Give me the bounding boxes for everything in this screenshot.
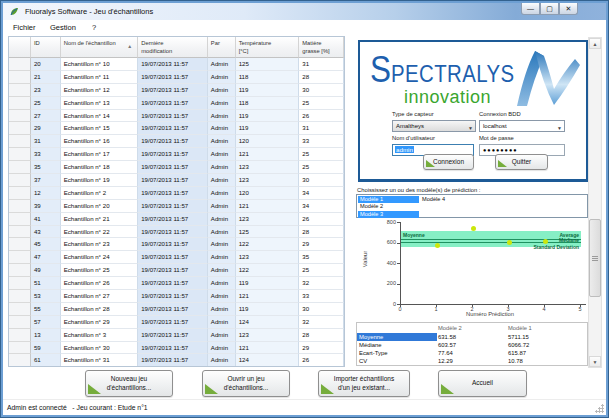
y-tick-label: 400 [374, 260, 396, 266]
sensor-type-select[interactable]: Amaltheys▼ [392, 120, 476, 132]
col-header-modification[interactable]: Dernière modification [138, 37, 208, 58]
col-header-id[interactable]: ID [31, 37, 61, 58]
table-row[interactable]: 27Echantillon n° 1419/07/2013 11:57Admin… [9, 110, 344, 123]
row-header-cell [9, 226, 31, 239]
table-cell: Echantillon n° 24 [61, 251, 139, 264]
accueil-button[interactable]: Accueil [438, 370, 527, 397]
table-row[interactable]: 61Echantillon n° 3119/07/2013 11:57Admin… [9, 354, 344, 367]
table-row[interactable]: 23Echantillon n° 1219/07/2013 11:57Admin… [9, 84, 344, 97]
table-row[interactable]: 12Echantillon n° 219/07/2013 11:57Admin1… [9, 187, 344, 200]
close-button[interactable]: ✕ [559, 3, 578, 15]
minimize-button[interactable]: — [521, 3, 540, 15]
table-cell: 19/07/2013 11:57 [138, 122, 208, 135]
model-option[interactable]: Modèle 2 [358, 203, 419, 210]
row-header-cell [9, 110, 31, 123]
table-cell: Admin [208, 213, 236, 226]
status-bar: Admin est connecté - Jeu courant : Etude… [3, 399, 606, 415]
row-header-cell [9, 58, 31, 71]
nouveau-jeu-button[interactable]: Nouveau jeu d'échantillons... [85, 370, 173, 397]
table-row[interactable]: 49Echantillon n° 2519/07/2013 11:57Admin… [9, 264, 344, 277]
menu-gestion[interactable]: Gestion [50, 23, 76, 32]
table-row[interactable]: 57Echantillon n° 2919/07/2013 11:57Admin… [9, 316, 344, 329]
scroll-thumb[interactable] [589, 219, 601, 297]
scroll-up-button[interactable]: ▲ [589, 38, 601, 49]
table-row[interactable]: 33Echantillon n° 1719/07/2013 11:57Admin… [9, 148, 344, 161]
table-cell: 19/07/2013 11:57 [138, 97, 208, 110]
row-header-cell [9, 329, 31, 342]
menu-help[interactable]: ? [92, 23, 96, 32]
col-header-temperature[interactable]: Température [°C] [236, 37, 300, 58]
table-row[interactable]: 37Echantillon n° 1919/07/2013 11:57Admin… [9, 174, 344, 187]
stats-row[interactable]: Médiane603.576066.72 [357, 341, 587, 349]
stats-col-modele1: Modèle 1 [508, 325, 532, 331]
chevron-down-icon: ▼ [468, 123, 473, 133]
table-row[interactable]: 59Echantillon n° 3019/07/2013 11:57Admin… [9, 342, 344, 355]
title-bar[interactable]: Fluoralys Software - Jeu d'échantillons … [3, 3, 606, 20]
table-cell: 25 [299, 97, 344, 110]
table-cell: Echantillon n° 11 [61, 71, 139, 84]
row-header-cell [9, 84, 31, 97]
model-option[interactable]: Modèle 1 [358, 196, 419, 203]
connexion-button[interactable]: Connexion [423, 154, 474, 170]
quitter-button[interactable]: Quitter [495, 154, 548, 170]
table-cell: 26 [299, 110, 344, 123]
table-cell: 119 [236, 277, 300, 290]
table-row[interactable]: 47Echantillon n° 2419/07/2013 11:57Admin… [9, 251, 344, 264]
table-row[interactable]: 20Echantillon n° 1019/07/2013 11:57Admin… [9, 58, 344, 71]
table-cell: 31 [31, 135, 61, 148]
row-header-cell [9, 290, 31, 303]
stats-row[interactable]: Ecart-Type77.64615.87 [357, 349, 587, 357]
ouvrir-jeu-button[interactable]: Ouvrir un jeu d'échantillons... [202, 370, 290, 397]
table-row[interactable]: 13Echantillon n° 319/07/2013 11:57Admin1… [9, 329, 344, 342]
spectralys-logo: SPECTRALYS [370, 54, 515, 88]
row-header-cell [9, 161, 31, 174]
table-cell: 19/07/2013 11:57 [138, 342, 208, 355]
table-row[interactable]: 45Echantillon n° 2319/07/2013 11:57Admin… [9, 238, 344, 251]
table-cell: 19/07/2013 11:57 [138, 58, 208, 71]
table-cell: 118 [236, 71, 300, 84]
table-row[interactable]: 25Echantillon n° 1319/07/2013 11:57Admin… [9, 97, 344, 110]
col-header-par[interactable]: Par [208, 37, 236, 58]
table-row[interactable]: 29Echantillon n° 1519/07/2013 11:57Admin… [9, 122, 344, 135]
table-row[interactable]: 21Echantillon n° 1119/07/2013 11:57Admin… [9, 71, 344, 84]
table-row[interactable]: 39Echantillon n° 2019/07/2013 11:57Admin… [9, 200, 344, 213]
table-cell: 19/07/2013 11:57 [138, 264, 208, 277]
maximize-button[interactable]: ▢ [540, 3, 559, 15]
table-cell: Echantillon n° 25 [61, 264, 139, 277]
table-row[interactable]: 53Echantillon n° 2719/07/2013 11:57Admin… [9, 290, 344, 303]
table-row[interactable]: 31Echantillon n° 1619/07/2013 11:57Admin… [9, 135, 344, 148]
x-axis-label: Numéro Prédiction [400, 311, 580, 317]
resize-grip[interactable] [595, 404, 604, 413]
table-row[interactable]: 51Echantillon n° 2619/07/2013 11:57Admin… [9, 277, 344, 290]
col-header-matiere[interactable]: Matière grasse [%] [299, 37, 344, 58]
col-header-nom[interactable]: Nom de l'échantillon▲ [61, 37, 139, 58]
row-header-cell [9, 238, 31, 251]
table-cell: 122 [236, 264, 300, 277]
table-row[interactable]: 55Echantillon n° 2819/07/2013 11:57Admin… [9, 303, 344, 316]
table-row[interactable]: 43Echantillon n° 2219/07/2013 11:57Admin… [9, 226, 344, 239]
table-cell: 19/07/2013 11:57 [138, 290, 208, 303]
vertical-scrollbar[interactable]: ▲ ▼ [588, 37, 602, 368]
username-label: Nom d'utilisateur [392, 135, 435, 141]
table-cell: Echantillon n° 31 [61, 354, 139, 367]
menu-fichier[interactable]: Fichier [13, 23, 36, 32]
model-option[interactable]: Modèle 4 [420, 196, 481, 203]
chevron-down-icon: ▼ [557, 123, 562, 133]
table-cell: 19/07/2013 11:57 [138, 226, 208, 239]
db-connection-select[interactable]: localhost▼ [479, 120, 565, 132]
model-option[interactable]: Modèle 3 [358, 211, 419, 218]
table-cell: 123 [236, 174, 300, 187]
table-cell: 35 [299, 251, 344, 264]
importer-echantillons-button[interactable]: Importer échantillons d'un jeu existant.… [318, 370, 410, 397]
stats-row[interactable]: CV12.2910.78 [357, 357, 587, 365]
stats-col-modele2: Modèle 2 [438, 325, 462, 331]
table-cell: 13 [31, 329, 61, 342]
table-cell: 55 [31, 303, 61, 316]
table-cell: 120 [236, 187, 300, 200]
table-cell: 121 [236, 148, 300, 161]
table-row[interactable]: 41Echantillon n° 2119/07/2013 11:57Admin… [9, 213, 344, 226]
table-cell: Admin [208, 290, 236, 303]
stats-row[interactable]: Moyenne631.585711.15 [357, 333, 587, 341]
scroll-down-button[interactable]: ▼ [589, 356, 601, 367]
table-row[interactable]: 35Echantillon n° 1819/07/2013 11:57Admin… [9, 161, 344, 174]
